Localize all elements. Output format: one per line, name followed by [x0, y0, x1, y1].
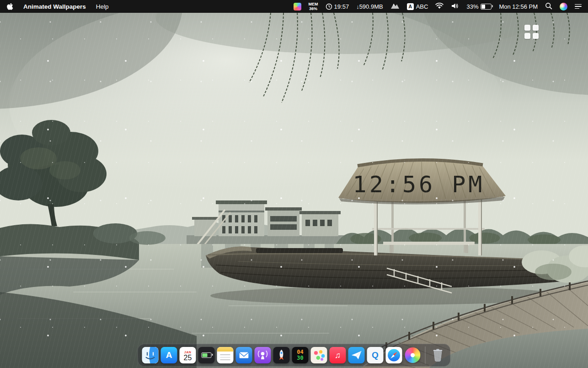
network-status[interactable]: ↓590.9MB [356, 3, 383, 10]
wallpaper-scene: 12:56 PM [0, 13, 588, 368]
dock-safari[interactable] [386, 347, 402, 363]
quicktime-letter: Q [372, 350, 379, 360]
dock: A JAN 25 [138, 344, 451, 367]
rocket-icon [273, 347, 290, 363]
menu-bar: Animated Wallpapers Help MEM 36% 19:57 ↓… [0, 0, 588, 13]
volume-icon[interactable] [451, 3, 459, 11]
app-grid-icon[interactable] [524, 25, 539, 39]
memory-value: 36% [309, 6, 317, 11]
dock-battery-app[interactable] [198, 347, 215, 363]
spotlight-search-icon[interactable] [545, 2, 552, 11]
envelope-icon [236, 347, 252, 363]
wallpaper-clock-text: 12:56 PM [353, 171, 485, 198]
battery-percent: 33% [466, 3, 478, 10]
stickers-icon [311, 347, 327, 363]
battery-status[interactable]: 33% [466, 3, 492, 10]
app-store-letter: A [166, 350, 172, 360]
trash-icon [430, 347, 446, 363]
dock-app-store[interactable]: A [161, 347, 177, 363]
battery-icon [481, 4, 492, 10]
calendar-day: 25 [184, 354, 192, 362]
dock-calendar[interactable]: JAN 25 [180, 347, 196, 363]
notification-list-icon[interactable] [575, 4, 582, 9]
calendar-month: JAN [184, 351, 192, 354]
notes-icon-header [217, 347, 234, 352]
input-source-label: ABC [416, 3, 428, 10]
wifi-icon[interactable] [435, 3, 444, 11]
dock-countdown-app[interactable]: 04 30 [292, 347, 309, 363]
input-source-key: A [407, 3, 414, 10]
dock-rocket-app[interactable] [273, 347, 290, 363]
dock-separator [425, 346, 426, 364]
paper-plane-icon [348, 347, 365, 363]
compass-icon [386, 347, 402, 363]
music-note-glyph: ♫ [335, 351, 341, 360]
siri-icon[interactable] [560, 3, 567, 11]
dock-quicktime[interactable]: Q [367, 347, 384, 363]
menu-bar-clock[interactable]: Mon 12:56 PM [499, 3, 538, 10]
app-menu-title[interactable]: Animated Wallpapers [23, 3, 86, 10]
notes-icon-lines [217, 354, 234, 360]
wallpaper: 12:56 PM [0, 13, 588, 368]
timer-value: 19:57 [334, 3, 349, 10]
dock-trash[interactable] [430, 347, 446, 363]
pinwheel-icon [405, 347, 421, 363]
menu-help[interactable]: Help [96, 3, 109, 10]
dock-pinwheel-app[interactable] [405, 347, 421, 363]
dock-notes[interactable] [217, 347, 234, 363]
input-source-menu[interactable]: A ABC [407, 3, 428, 10]
memory-label: MEM [309, 2, 318, 6]
battery-app-icon [202, 352, 212, 358]
clock-icon [326, 3, 332, 10]
wallpaper-gallery-status-icon[interactable] [294, 3, 301, 11]
dock-paper-plane-app[interactable] [348, 347, 365, 363]
dock-finder[interactable] [142, 347, 159, 363]
dock-podcasts[interactable] [255, 347, 271, 363]
mountain-status-icon[interactable] [390, 2, 400, 11]
dock-mail[interactable] [236, 347, 252, 363]
podcasts-icon [255, 347, 271, 363]
dock-music[interactable]: ♫ [330, 347, 346, 363]
apple-menu-icon[interactable] [6, 3, 13, 11]
memory-status[interactable]: MEM 36% [309, 2, 318, 11]
desktop-screen: Animated Wallpapers Help MEM 36% 19:57 ↓… [0, 0, 588, 368]
timer-status[interactable]: 19:57 [326, 3, 349, 10]
countdown-bottom-value: 30 [297, 355, 303, 361]
dock-stickers-app[interactable] [311, 347, 327, 363]
